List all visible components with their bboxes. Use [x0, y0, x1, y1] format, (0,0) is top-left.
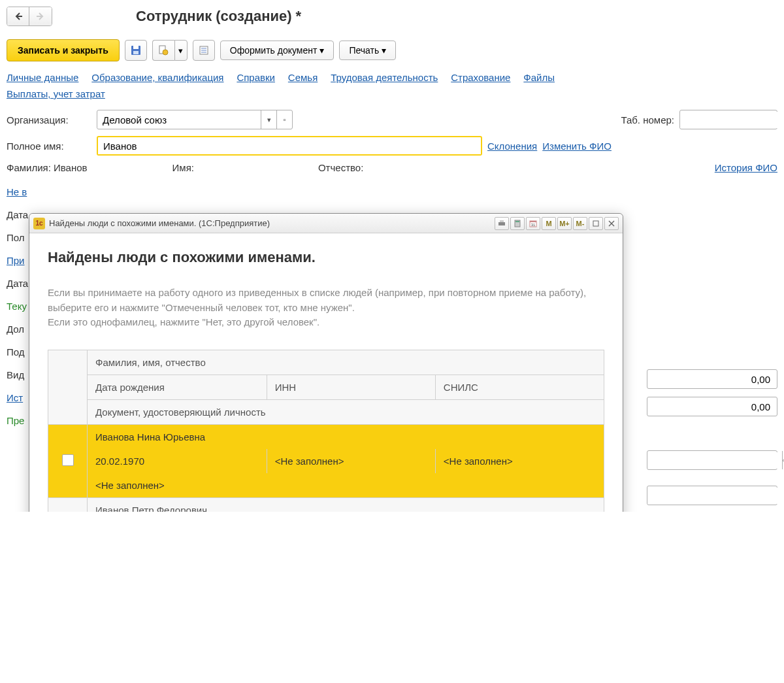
arrow-right-icon: [36, 12, 45, 21]
printer-icon: [498, 220, 506, 227]
fullname-label: Полное имя:: [7, 141, 91, 152]
chevron-down-icon: ▾: [382, 45, 386, 56]
cell-doc: <Не заполнен>: [88, 473, 604, 498]
chevron-down-icon: ▾: [267, 116, 271, 124]
write-button[interactable]: [152, 40, 174, 61]
table-row[interactable]: <Не заполнен>: [48, 473, 604, 498]
col-snils: СНИЛС: [435, 375, 604, 399]
memory-mplus-tool[interactable]: M+: [557, 217, 572, 230]
declension-link[interactable]: Склонения: [487, 141, 537, 152]
diskette-icon: [131, 45, 141, 56]
svg-point-6: [163, 50, 168, 55]
table-row[interactable]: Иванов Петр Федорович: [48, 497, 604, 512]
link-family[interactable]: Семья: [288, 72, 318, 83]
calendar-tool[interactable]: 31: [526, 217, 540, 230]
svg-text:31: 31: [531, 223, 536, 227]
ref-field[interactable]: [647, 452, 782, 469]
app-1c-icon: 1c: [33, 218, 45, 229]
window-icon: [593, 220, 599, 227]
link-personal[interactable]: Личные данные: [7, 72, 78, 83]
create-doc-button[interactable]: Оформить документ ▾: [220, 41, 335, 60]
row-checkbox[interactable]: [62, 454, 74, 466]
col-doc: Документ, удостоверяющий личность: [88, 399, 604, 424]
name-label: Имя:: [172, 162, 194, 173]
link-insurance[interactable]: Страхование: [451, 72, 510, 83]
open-icon: ▫: [284, 116, 286, 124]
col-dob: Дата рождения: [88, 375, 267, 399]
svg-rect-4: [133, 51, 139, 54]
ref-field-2[interactable]: [647, 488, 782, 504]
arrow-left-icon: [14, 12, 23, 21]
table-row[interactable]: 20.02.1970 <Не заполнен> <Не заполнен>: [48, 449, 604, 473]
save-close-button[interactable]: Записать и закрыть: [7, 39, 120, 61]
svg-rect-14: [515, 221, 519, 222]
surname-value: Иванов: [54, 162, 88, 173]
document-clock-icon: [158, 45, 169, 56]
print-preview-tool[interactable]: [495, 217, 509, 230]
svg-rect-18: [593, 221, 598, 226]
chevron-down-icon: ▾: [319, 45, 324, 56]
print-button[interactable]: Печать ▾: [339, 41, 396, 60]
tab-number-label: Таб. номер:: [621, 114, 674, 125]
cell-fio: Иванов Петр Федорович: [88, 497, 604, 512]
save-button[interactable]: [125, 40, 147, 61]
partial-ne-v[interactable]: Не в: [7, 186, 35, 197]
nav-forward-button[interactable]: [29, 7, 52, 25]
cell-fio: Иванова Нина Юрьевна: [88, 424, 604, 449]
surname-label: Фамилия:: [7, 162, 51, 173]
cell-inn: <Не заполнен>: [267, 449, 435, 473]
col-inn: ИНН: [267, 375, 435, 399]
calculator-icon: [514, 220, 521, 227]
write-dropdown[interactable]: ▾: [174, 40, 188, 61]
table-header-row: Фамилия, имя, отчество: [48, 350, 604, 375]
tab-number-input[interactable]: [680, 112, 784, 128]
page-title: Сотрудник (создание) *: [136, 8, 301, 25]
link-work[interactable]: Трудовая деятельность: [331, 72, 438, 83]
close-icon: [608, 220, 615, 227]
dialog-text-2: Если это однофамилец, нажмите "Нет, это …: [48, 315, 604, 330]
table-header-row: Дата рождения ИНН СНИЛС: [48, 375, 604, 399]
change-fio-link[interactable]: Изменить ФИО: [542, 141, 612, 152]
nav-back-button[interactable]: [7, 7, 29, 25]
org-input[interactable]: [97, 112, 261, 128]
patronymic-label: Отчество:: [318, 162, 363, 173]
org-dropdown-btn[interactable]: ▾: [261, 110, 276, 129]
similar-names-dialog: 1c Найдены люди с похожими именами. (1С:…: [29, 213, 623, 512]
numeric-field-1[interactable]: [647, 369, 777, 389]
dialog-heading: Найдены люди с похожими именами.: [48, 249, 604, 266]
dialog-text-1: Если вы принимаете на работу одного из п…: [48, 286, 604, 315]
table-row[interactable]: Иванова Нина Юрьевна: [48, 424, 604, 449]
svg-rect-3: [133, 46, 139, 49]
list-button[interactable]: [193, 40, 215, 61]
calculator-tool[interactable]: [510, 217, 525, 230]
cell-dob: 20.02.1970: [88, 449, 267, 473]
link-payments[interactable]: Выплаты, учет затрат: [7, 88, 105, 99]
org-open-btn[interactable]: ▫: [276, 110, 292, 129]
svg-rect-16: [530, 221, 536, 222]
cell-snils: <Не заполнен>: [435, 449, 604, 473]
col-fio: Фамилия, имя, отчество: [88, 350, 604, 375]
close-tool[interactable]: [604, 217, 619, 230]
create-doc-label: Оформить документ: [230, 45, 318, 56]
chevron-down-icon: ▾: [178, 46, 183, 56]
list-icon: [199, 45, 209, 56]
matches-table: Фамилия, имя, отчество Дата рождения ИНН…: [48, 350, 604, 512]
org-label: Организация:: [7, 114, 91, 125]
print-label: Печать: [349, 45, 379, 56]
numeric-field-2[interactable]: [647, 397, 777, 416]
calendar-icon: 31: [529, 220, 537, 227]
memory-m-tool[interactable]: M: [542, 217, 556, 230]
dialog-window-title: Найдены люди с похожими именами. (1С:Пре…: [49, 218, 491, 228]
svg-rect-12: [500, 220, 504, 222]
history-fio-link[interactable]: История ФИО: [715, 162, 777, 173]
link-refs[interactable]: Справки: [237, 72, 275, 83]
link-files[interactable]: Файлы: [523, 72, 555, 83]
table-header-row: Документ, удостоверяющий личность: [48, 399, 604, 424]
memory-mminus-tool[interactable]: M-: [573, 217, 587, 230]
svg-rect-11: [498, 222, 505, 225]
fullname-input[interactable]: [98, 138, 481, 154]
minimize-tool[interactable]: [589, 217, 603, 230]
link-education[interactable]: Образование, квалификация: [91, 72, 223, 83]
